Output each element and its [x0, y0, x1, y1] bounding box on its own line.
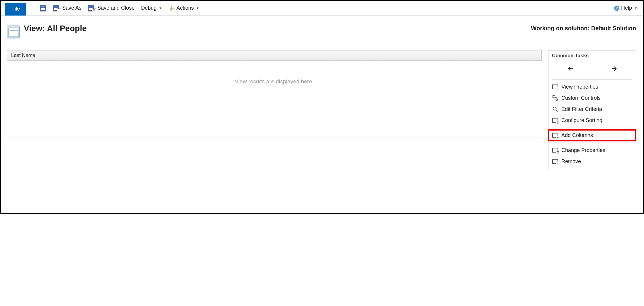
file-menu[interactable]: File: [5, 3, 26, 16]
chevron-down-icon: ▼: [159, 6, 162, 10]
task-label: Remove: [561, 158, 581, 165]
remove-icon: ✕: [552, 158, 558, 165]
task-label: Change Properties: [561, 147, 605, 153]
save-and-close-label: Save and Close: [97, 5, 135, 11]
common-tasks-title: Common Tasks: [548, 52, 636, 60]
column-header-last-name[interactable]: Last Name: [7, 50, 171, 60]
task-custom-controls[interactable]: Custom Controls: [548, 92, 636, 104]
add-columns-icon: +: [552, 132, 558, 138]
save-and-close-button[interactable]: ✕ Save and Close: [87, 4, 135, 13]
file-label: File: [11, 6, 20, 12]
arrow-left-icon: [567, 65, 574, 72]
nav-forward-button[interactable]: [609, 65, 620, 73]
debug-menu[interactable]: Debug ▼: [140, 4, 162, 12]
toolbar: File + Save As ✕ Save and Close Debug ▼ …: [1, 1, 643, 16]
main-row: Last Name View results are displayed her…: [7, 50, 636, 169]
star-icon: ★: [168, 5, 175, 11]
column-header-empty[interactable]: [171, 50, 541, 60]
save-icon: [40, 5, 46, 11]
view-entity-icon: [7, 26, 20, 38]
arrow-right-icon: [611, 65, 617, 72]
actions-label: Actions: [176, 5, 194, 11]
help-label: Help: [621, 5, 632, 11]
nav-back-button[interactable]: [565, 65, 576, 73]
actions-menu[interactable]: ★ Actions ▼: [168, 4, 200, 13]
common-tasks-panel: Common Tasks i View Properties: [548, 50, 636, 169]
save-as-icon: +: [53, 5, 60, 11]
edit-filter-icon: [552, 106, 558, 112]
task-label: Custom Controls: [561, 95, 601, 101]
tasks-nav-arrows: [548, 60, 636, 77]
app-frame: File + Save As ✕ Save and Close Debug ▼ …: [0, 0, 644, 214]
task-remove[interactable]: ✕ Remove: [548, 156, 636, 167]
custom-controls-icon: [552, 95, 558, 101]
tasks-separator: [552, 128, 632, 128]
help-menu[interactable]: ? Help ▼: [614, 4, 638, 12]
task-label: Edit Filter Criteria: [561, 106, 602, 112]
chevron-down-icon: ▼: [196, 6, 199, 10]
save-button[interactable]: [39, 4, 47, 13]
debug-label: Debug: [141, 5, 157, 11]
grid-empty-placeholder: View results are displayed here.: [235, 78, 314, 85]
save-as-label: Save As: [62, 5, 81, 11]
task-label: View Properties: [561, 84, 598, 90]
save-as-button[interactable]: + Save As: [52, 4, 82, 13]
svg-line-4: [556, 110, 558, 112]
chevron-down-icon: ▼: [634, 6, 637, 10]
page-title: View: All People: [24, 24, 87, 33]
task-add-columns[interactable]: + Add Columns: [548, 130, 636, 141]
solution-label: Working on solution: Default Solution: [531, 24, 636, 32]
task-configure-sorting[interactable]: ⇵ Configure Sorting: [548, 115, 636, 126]
content: View: All People Working on solution: De…: [1, 16, 643, 213]
change-properties-icon: ≣: [552, 147, 558, 153]
task-view-properties[interactable]: i View Properties: [548, 81, 636, 92]
header-row: View: All People Working on solution: De…: [7, 24, 636, 38]
grid-header: Last Name: [7, 50, 542, 61]
grid-body: View results are displayed here.: [7, 61, 542, 138]
configure-sorting-icon: ⇵: [552, 117, 558, 124]
help-icon: ?: [614, 6, 619, 11]
view-properties-icon: i: [552, 84, 558, 90]
tasks-separator: [552, 143, 632, 143]
task-edit-filter-criteria[interactable]: Edit Filter Criteria: [548, 104, 636, 115]
svg-rect-0: [553, 96, 555, 98]
save-close-icon: ✕: [88, 5, 96, 11]
tasks-separator: [552, 79, 632, 80]
results-grid: Last Name View results are displayed her…: [7, 50, 542, 138]
task-label: Add Columns: [561, 132, 593, 138]
svg-point-3: [553, 107, 556, 110]
task-label: Configure Sorting: [561, 117, 602, 124]
task-change-properties[interactable]: ≣ Change Properties: [548, 145, 636, 156]
